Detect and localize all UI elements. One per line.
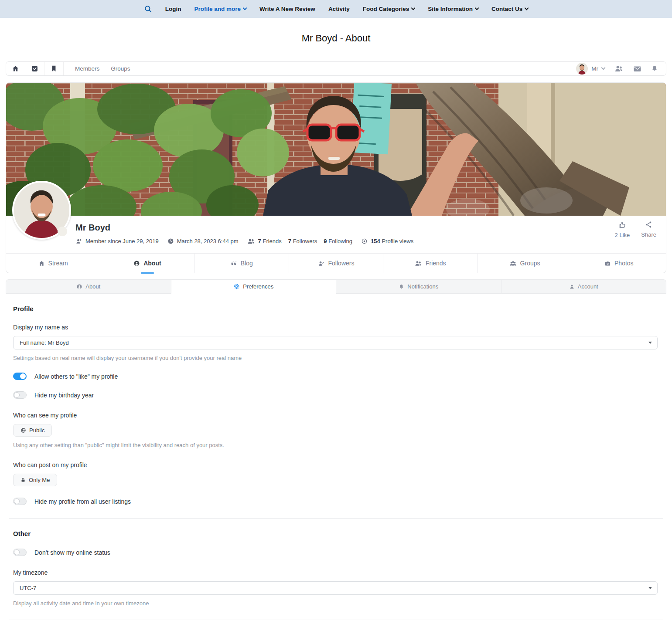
section-divider: [9, 518, 663, 519]
see-profile-button[interactable]: Public: [13, 424, 52, 437]
gear-icon: [233, 283, 240, 290]
following-count[interactable]: 9 Following: [324, 238, 352, 244]
memberbar-link-groups[interactable]: Groups: [111, 65, 130, 72]
bookmark-icon[interactable]: [44, 62, 64, 75]
member-since: Member since June 29, 2019: [75, 238, 159, 244]
tab-followers[interactable]: Followers: [289, 254, 383, 273]
followers-count[interactable]: 7 Followers: [288, 238, 317, 244]
tab-friends[interactable]: Friends: [383, 254, 477, 273]
person-plus-icon: [75, 238, 82, 244]
settings-subtabs: About Preferences Notifications Account: [6, 279, 666, 294]
toggle-row-online-status: Don't show my online status: [13, 549, 663, 556]
allow-like-toggle[interactable]: [13, 373, 27, 380]
timezone-label: My timezone: [13, 569, 663, 576]
preferences-panel: Profile Display my name as Full name: Mr…: [0, 294, 672, 624]
check-square-icon[interactable]: [25, 62, 44, 75]
friends-count[interactable]: 7 Friends: [258, 238, 282, 244]
timezone-select[interactable]: UTC-7: [13, 581, 658, 595]
section-heading-other: Other: [13, 530, 663, 537]
avatar: [576, 63, 588, 75]
lock-icon: [20, 477, 26, 483]
profile-card: Mr Boyd Member since June 29, 2019 March…: [6, 82, 666, 273]
hide-birthday-toggle[interactable]: [13, 391, 27, 399]
subtab-about[interactable]: About: [6, 279, 171, 294]
subtab-notifications[interactable]: Notifications: [336, 279, 501, 294]
share-icon: [645, 221, 652, 230]
toggle-row-hide-listings: Hide my profile from all user listings: [13, 498, 663, 505]
person-icon: [569, 284, 575, 290]
cover-photo: [6, 83, 666, 216]
bell-icon[interactable]: [651, 65, 658, 72]
nav-site-information[interactable]: Site Information: [428, 6, 478, 12]
profile-views: 154 Profile views: [361, 238, 413, 244]
online-status-toggle[interactable]: [13, 549, 27, 556]
display-name-select[interactable]: Full name: Mr Boyd: [13, 336, 658, 349]
like-button[interactable]: 2 Like: [615, 221, 630, 238]
mail-icon[interactable]: [633, 65, 641, 72]
chevron-down-icon: [601, 66, 606, 70]
see-profile-label: Who can see my profile: [13, 412, 663, 419]
subtab-preferences[interactable]: Preferences: [171, 279, 337, 294]
person-circle-icon: [133, 260, 140, 267]
user-short-name: Mr: [591, 65, 598, 72]
chevron-down-icon: [648, 342, 652, 344]
chevron-down-icon: [474, 6, 479, 10]
people-icon: [415, 260, 422, 267]
subtab-account[interactable]: Account: [501, 279, 667, 294]
chevron-down-icon: [411, 6, 416, 10]
post-profile-button[interactable]: Only Me: [13, 474, 57, 486]
profile-name: Mr Boyd: [75, 223, 657, 233]
friends-stats: 7 Friends 7 Followers 9 Following: [247, 238, 352, 244]
section-heading-profile: Profile: [13, 305, 663, 312]
thumbs-up-icon: [618, 221, 626, 230]
top-navbar: Login Profile and more Write A New Revie…: [0, 0, 672, 18]
clock-icon: [167, 238, 174, 244]
people-icon: [247, 238, 255, 244]
profile-header: Mr Boyd Member since June 29, 2019 March…: [6, 216, 666, 253]
see-profile-help: Using any other setting than "public" mi…: [13, 442, 663, 448]
user-menu[interactable]: Mr: [576, 63, 605, 75]
share-button[interactable]: Share: [641, 221, 656, 238]
tab-blog[interactable]: Blog: [194, 254, 289, 273]
search-icon[interactable]: [144, 5, 152, 13]
section-divider: [9, 620, 663, 620]
nav-profile-and-more[interactable]: Profile and more: [194, 6, 247, 12]
status-indicator: [58, 227, 67, 236]
memberbar-link-members[interactable]: Members: [75, 65, 99, 72]
last-active: March 28, 2023 6:44 pm: [167, 238, 239, 244]
bell-icon: [399, 284, 404, 290]
nav-contact-us[interactable]: Contact Us: [491, 6, 528, 12]
tab-stream[interactable]: Stream: [6, 254, 100, 273]
home-icon: [38, 260, 45, 267]
toggle-row-hide-birthday: Hide my birthday year: [13, 391, 663, 399]
chevron-down-icon: [648, 587, 652, 589]
tab-groups[interactable]: Groups: [477, 254, 571, 273]
member-toolbar: Members Groups Mr: [6, 61, 666, 76]
people-group-icon: [509, 260, 517, 267]
tab-photos[interactable]: Photos: [572, 254, 666, 273]
person-check-icon: [318, 260, 325, 267]
nav-food-categories[interactable]: Food Categories: [363, 6, 415, 12]
nav-login[interactable]: Login: [165, 6, 181, 12]
home-icon[interactable]: [6, 62, 25, 75]
tab-about[interactable]: About: [100, 254, 194, 273]
quote-icon: [231, 260, 237, 267]
chevron-down-icon: [243, 6, 247, 10]
nav-activity[interactable]: Activity: [328, 6, 350, 12]
camera-icon: [604, 260, 611, 267]
page-title: Mr Boyd - About: [0, 33, 672, 44]
timezone-help: Display all activity date and time in yo…: [13, 600, 663, 607]
friends-icon[interactable]: [614, 65, 624, 72]
display-name-help: Settings based on real name will display…: [13, 355, 663, 361]
globe-icon: [20, 427, 26, 433]
post-profile-label: Who can post on my profile: [13, 461, 663, 468]
chevron-down-icon: [525, 6, 529, 10]
views-icon: [361, 238, 368, 244]
person-circle-icon: [76, 284, 82, 290]
hide-listings-toggle[interactable]: [13, 498, 27, 505]
profile-tabs: Stream About Blog Followers Friends Grou…: [6, 253, 666, 273]
display-name-label: Display my name as: [13, 324, 663, 331]
nav-write-review[interactable]: Write A New Review: [259, 6, 315, 12]
toggle-row-allow-like: Allow others to "like" my profile: [13, 373, 663, 380]
